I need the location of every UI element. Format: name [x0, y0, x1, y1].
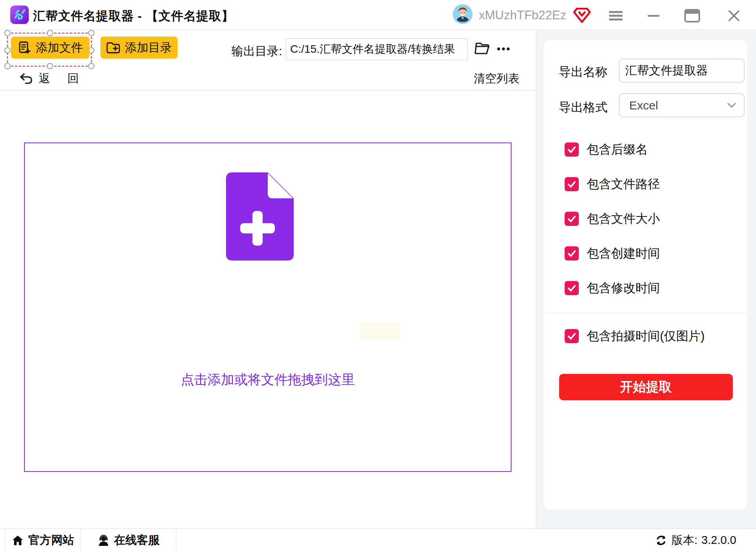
option-include-extension[interactable]: 包含后缀名 — [565, 141, 648, 158]
add-files-button[interactable]: 添加文件 — [11, 37, 89, 59]
output-dir-label: 输出目录: — [232, 43, 282, 59]
checkbox-checked-icon[interactable] — [565, 281, 579, 295]
home-icon — [12, 534, 24, 546]
checkbox-checked-icon[interactable] — [565, 246, 579, 261]
faint-highlight — [360, 323, 399, 340]
clear-list-button[interactable]: 清空列表 — [474, 71, 519, 87]
official-website-label: 官方网站 — [28, 533, 74, 548]
selection-handle[interactable] — [47, 63, 53, 69]
version-label: 版本: — [671, 533, 697, 548]
online-support-link[interactable]: 在线客服 — [81, 529, 176, 551]
app-icon — [10, 6, 29, 24]
add-folder-label: 添加目录 — [125, 40, 172, 56]
add-files-label: 添加文件 — [36, 40, 83, 56]
checkbox-checked-icon[interactable] — [565, 212, 579, 226]
option-include-photo-time[interactable]: 包含拍摄时间(仅图片) — [565, 328, 705, 344]
title-bar: 汇帮文件名提取器 - 【文件名提取】 xMUzhTFb22Ez — [0, 0, 756, 30]
username: xMUzhTFb22Ez — [479, 8, 566, 22]
add-folder-icon — [106, 41, 120, 54]
export-name-label: 导出名称 — [559, 64, 608, 80]
option-include-modified-time[interactable]: 包含修改时间 — [565, 280, 660, 296]
option-label: 包含后缀名 — [587, 141, 648, 158]
toolbar: 添加文件 添加目录 返 回 输出目录: — [0, 30, 536, 91]
chevron-down-icon — [726, 102, 737, 109]
folder-open-icon[interactable] — [473, 40, 491, 58]
option-include-created-time[interactable]: 包含创建时间 — [565, 245, 660, 262]
add-file-icon — [18, 41, 31, 54]
online-support-label: 在线客服 — [114, 533, 160, 548]
selection-handle[interactable] — [4, 47, 11, 54]
app-window: 汇帮文件名提取器 - 【文件名提取】 xMUzhTFb22Ez — [0, 0, 756, 551]
checkbox-checked-icon[interactable] — [565, 329, 579, 343]
more-icon[interactable]: ••• — [494, 40, 514, 58]
selection-handle[interactable] — [47, 30, 53, 36]
export-settings-panel: 导出名称 导出格式 Excel 包含后缀名 — [544, 40, 747, 509]
window-title: 汇帮文件名提取器 - 【文件名提取】 — [33, 8, 234, 24]
selection-handle[interactable] — [88, 30, 94, 36]
option-include-path[interactable]: 包含文件路径 — [565, 176, 660, 192]
update-icon[interactable] — [655, 534, 667, 546]
close-icon[interactable] — [726, 9, 742, 23]
maximize-icon[interactable] — [684, 9, 700, 23]
sidebar: 导出名称 导出格式 Excel 包含后缀名 — [536, 30, 756, 529]
add-folder-button[interactable]: 添加目录 — [100, 37, 178, 59]
avatar[interactable] — [453, 4, 472, 24]
export-format-select[interactable]: Excel — [619, 93, 745, 117]
back-label: 返 回 — [39, 71, 86, 87]
output-dir-input[interactable] — [286, 38, 468, 60]
menu-icon[interactable] — [608, 9, 624, 23]
back-icon — [19, 73, 33, 85]
selection-handle[interactable] — [88, 63, 94, 69]
export-format-label: 导出格式 — [559, 99, 608, 116]
support-icon — [98, 534, 109, 547]
dropzone-hint: 点击添加或将文件拖拽到这里 — [25, 371, 511, 389]
checkbox-checked-icon[interactable] — [565, 177, 579, 191]
option-label: 包含拍摄时间(仅图片) — [587, 328, 705, 344]
divider — [544, 312, 747, 313]
file-dropzone[interactable]: 点击添加或将文件拖拽到这里 — [24, 142, 511, 472]
export-name-input[interactable] — [619, 59, 745, 83]
back-button[interactable]: 返 回 — [19, 71, 86, 87]
official-website-link[interactable]: 官方网站 — [5, 529, 81, 551]
export-format-value: Excel — [629, 99, 658, 112]
main-content: 点击添加或将文件拖拽到这里 — [0, 91, 536, 529]
option-label: 包含文件路径 — [587, 176, 660, 192]
version-area: 版本: 3.2.0.0 — [655, 529, 736, 551]
footer: 官方网站 在线客服 — [0, 529, 756, 551]
option-include-size[interactable]: 包含文件大小 — [565, 211, 660, 227]
selection-handle[interactable] — [4, 30, 11, 36]
vip-icon[interactable] — [573, 7, 591, 24]
selection-handle[interactable] — [4, 63, 11, 69]
checkbox-checked-icon[interactable] — [565, 142, 579, 157]
option-label: 包含创建时间 — [587, 245, 660, 262]
minimize-icon[interactable] — [646, 9, 662, 23]
option-label: 包含修改时间 — [587, 280, 660, 296]
version-value: 3.2.0.0 — [701, 534, 736, 547]
file-plus-icon — [220, 172, 295, 261]
start-extract-button[interactable]: 开始提取 — [559, 374, 733, 400]
option-label: 包含文件大小 — [587, 211, 660, 227]
